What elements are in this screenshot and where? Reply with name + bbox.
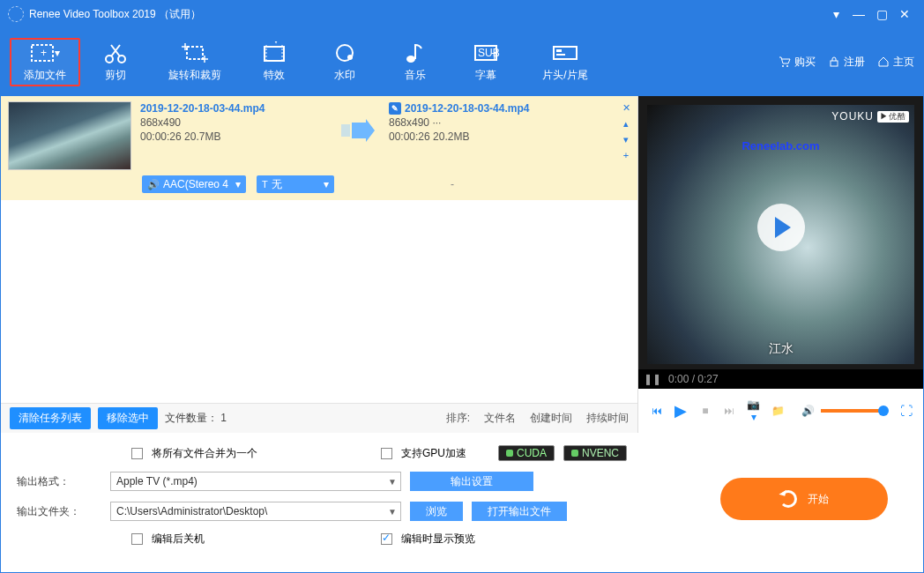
svg-rect-5 [187,47,203,59]
file-row[interactable]: 2019-12-20-18-03-44.mp4 868x490 00:00:26… [1,96,637,175]
row-down-button[interactable]: ▾ [620,133,632,145]
home-label: 主页 [893,55,914,70]
merge-label: 将所有文件合并为一个 [152,446,372,461]
preview-panel: YOUKU▶优酷 Reneelab.com 江水 ❚❚ 0:00 / 0:27 … [638,96,923,433]
cut-button[interactable]: 剪切 [80,41,151,83]
preview-logo-text: Reneelab.com [741,139,819,153]
browse-button[interactable]: 浏览 [410,502,463,521]
effect-button[interactable]: ✦ 特效 [239,41,309,83]
head-tail-button[interactable]: 片头/片尾 [521,41,609,83]
video-preview[interactable]: YOUKU▶优酷 Reneelab.com 江水 ❚❚ 0:00 / 0:27 [638,96,923,389]
svg-rect-20 [341,124,350,137]
source-file-info: 2019-12-20-18-03-44.mp4 868x490 00:00:26… [140,101,325,144]
row-up-button[interactable]: ▴ [620,117,632,130]
text-track-dropdown[interactable]: T 无▾ [257,175,334,193]
output-format-label: 输出格式： [17,474,101,489]
audio-codec-dropdown[interactable]: 🔊 AAC(Stereo 4▾ [142,175,246,193]
video-thumbnail [8,101,131,170]
clear-tasks-button[interactable]: 清除任务列表 [10,407,91,429]
preview-time: 0:00 / 0:27 [668,373,719,385]
edit-icon[interactable]: ✎ [389,102,401,115]
maximize-button[interactable]: ▢ [870,7,893,21]
stop-button[interactable]: ■ [697,405,713,417]
rotate-crop-button[interactable]: 旋转和裁剪 [151,41,239,83]
home-link[interactable]: 主页 [877,55,914,70]
svg-point-17 [782,65,784,67]
svg-rect-15 [556,49,562,52]
shutdown-checkbox[interactable] [131,533,143,545]
music-label: 音乐 [405,68,426,83]
arrow-icon [339,119,375,142]
watermark-button[interactable]: 水印 [309,41,380,83]
add-file-label: 添加文件 [24,68,66,83]
gpu-checkbox[interactable] [381,448,392,459]
output-settings-button[interactable]: 输出设置 [410,472,533,491]
music-icon [400,41,430,64]
svg-text:+: + [41,47,47,59]
app-logo-icon [8,6,24,22]
open-folder-button[interactable]: 📁 [771,405,786,417]
music-button[interactable]: 音乐 [380,41,451,83]
list-status-bar: 清除任务列表 移除选中 文件数量： 1 排序: 文件名 创建时间 持续时间 [1,403,637,433]
crop-icon [180,41,210,64]
output-format-dropdown[interactable]: Apple TV (*.mp4)▼ [110,472,401,491]
dash-placeholder: - [451,178,454,190]
cart-icon [779,56,791,68]
effect-icon: ✦ [259,41,289,64]
buy-link[interactable]: 购买 [779,55,816,70]
subtitle-icon: SUBT [471,41,501,64]
svg-point-18 [786,65,788,67]
register-link[interactable]: 注册 [828,55,865,70]
minimize-button[interactable]: — [847,7,870,21]
file-tags-row: 🔊 AAC(Stereo 4▾ T 无▾ - [1,175,637,200]
svg-text:✦: ✦ [272,41,280,47]
refresh-icon [779,490,797,508]
source-resolution: 868x490 [140,115,325,130]
watermark-icon [330,41,360,64]
start-label: 开始 [808,492,829,507]
scissors-icon [101,41,130,64]
row-remove-button[interactable]: ✕ [620,101,632,114]
subtitle-button[interactable]: SUBT 字幕 [451,41,521,83]
gpu-label: 支持GPU加速 [401,446,489,461]
sort-by-created[interactable]: 创建时间 [530,411,572,426]
merge-checkbox[interactable] [131,448,143,459]
cut-label: 剪切 [105,68,126,83]
output-duration-size: 00:00:26 20.2MB [389,130,630,144]
buy-label: 购买 [794,55,816,70]
source-filename: 2019-12-20-18-03-44.mp4 [140,101,325,115]
output-resolution: 868x490 ··· [389,115,630,130]
volume-icon[interactable]: 🔊 [800,405,816,417]
open-output-folder-button[interactable]: 打开输出文件 [472,502,567,521]
show-preview-label: 编辑时显示预览 [401,532,475,547]
play-overlay-button[interactable] [757,204,805,251]
svg-text:T: T [491,51,498,63]
show-preview-checkbox[interactable] [381,533,392,545]
add-file-icon: +▾ [30,41,60,64]
next-button[interactable]: ⏭ [722,405,738,417]
preview-progress-bar[interactable]: ❚❚ 0:00 / 0:27 [638,369,923,389]
fullscreen-button[interactable]: ⛶ [900,404,913,418]
snapshot-button[interactable]: 📷▾ [746,398,762,423]
nvenc-badge: NVENC [563,445,627,461]
svg-point-9 [347,55,353,60]
output-filename: 2019-12-20-18-03-44.mp4 [405,101,529,115]
play-button[interactable]: ▶ [674,401,689,420]
output-folder-input[interactable]: C:\Users\Administrator\Desktop\▼ [110,502,401,521]
start-button[interactable]: 开始 [720,478,888,520]
add-file-button[interactable]: +▾ 添加文件 [10,38,80,86]
dropdown-icon[interactable]: ▾ [824,7,847,21]
close-button[interactable]: ✕ [893,7,916,21]
remove-selected-button[interactable]: 移除选中 [98,407,158,429]
source-duration-size: 00:00:26 20.7MB [140,130,325,144]
register-label: 注册 [844,55,865,70]
file-list-panel: 2019-12-20-18-03-44.mp4 868x490 00:00:26… [1,96,638,433]
volume-slider[interactable] [821,409,884,413]
effect-label: 特效 [264,68,285,83]
row-add-button[interactable]: + [620,149,632,161]
shutdown-label: 编辑后关机 [152,532,372,547]
sort-by-name[interactable]: 文件名 [484,411,516,426]
sort-by-duration[interactable]: 持续时间 [586,411,629,426]
main-toolbar: +▾ 添加文件 剪切 旋转和裁剪 ✦ 特效 水印 音乐 SUBT 字幕 片头/片… [1,27,923,96]
prev-button[interactable]: ⏮ [649,405,665,417]
